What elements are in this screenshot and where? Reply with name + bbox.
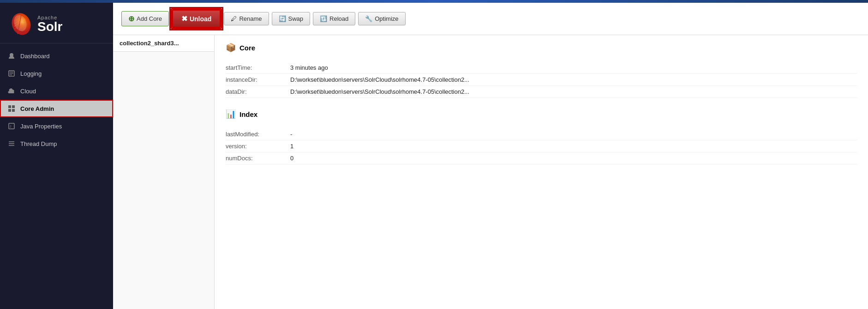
swap-icon: 🔄 — [279, 15, 286, 22]
cores-section: collection2_shard3... 📦 Core startTime: … — [113, 35, 868, 309]
add-core-icon: ⊕ — [128, 14, 134, 23]
sidebar-item-core-admin-label: Core Admin — [20, 105, 54, 112]
unload-button[interactable]: ✖ Unload — [172, 9, 221, 28]
sidebar-item-logging[interactable]: Logging — [0, 65, 113, 82]
index-section-icon: 📊 — [226, 109, 236, 119]
logo-area: Apache Solr — [0, 3, 113, 43]
detail-row-starttime: startTime: 3 minutes ago — [226, 62, 857, 74]
detail-row-instancedir: instanceDir: D:\workset\bluedon\servers\… — [226, 74, 857, 86]
core-section-header: 📦 Core — [226, 42, 857, 55]
core-fields-table: startTime: 3 minutes ago instanceDir: D:… — [226, 62, 857, 98]
lastmodified-value: - — [290, 131, 857, 138]
optimize-icon: 🔧 — [365, 15, 372, 22]
svg-rect-16 — [8, 105, 11, 108]
lastmodified-label: lastModified: — [226, 131, 290, 138]
swap-button[interactable]: 🔄 Swap — [272, 12, 311, 25]
toolbar: ⊕ Add Core ✖ Unload 🖊 Rename 🔄 Swap 🔃 — [113, 3, 868, 35]
svg-rect-18 — [8, 109, 11, 112]
rename-label: Rename — [239, 15, 262, 22]
starttime-label: startTime: — [226, 64, 290, 71]
core-admin-icon — [7, 104, 16, 113]
java-properties-icon: J — [7, 122, 16, 130]
cloud-icon — [7, 87, 16, 95]
index-section-title: Index — [239, 110, 257, 118]
detail-row-numdocs: numDocs: 0 — [226, 152, 857, 164]
cores-list: collection2_shard3... — [113, 35, 215, 309]
datadir-label: dataDir: — [226, 88, 290, 95]
reload-button[interactable]: 🔃 Reload — [313, 12, 355, 25]
sidebar: Apache Solr Dashboard Logging — [0, 3, 113, 309]
unload-highlight: ✖ Unload — [172, 9, 221, 28]
numdocs-label: numDocs: — [226, 155, 290, 162]
svg-text:J: J — [10, 125, 12, 128]
instancedir-label: instanceDir: — [226, 76, 290, 83]
logging-icon — [7, 69, 16, 78]
optimize-label: Optimize — [375, 15, 398, 22]
datadir-value: D:\workset\bluedon\servers\SolrCloud\sol… — [290, 88, 857, 95]
svg-rect-17 — [12, 105, 15, 108]
solr-name-label: Solr — [37, 20, 62, 33]
sidebar-item-logging-label: Logging — [20, 70, 42, 77]
core-item-label: collection2_shard3... — [120, 40, 179, 47]
unload-icon: ✖ — [181, 14, 187, 23]
core-section-icon: 📦 — [226, 42, 236, 53]
numdocs-value: 0 — [290, 155, 857, 162]
unload-label: Unload — [190, 15, 211, 23]
dashboard-icon — [7, 52, 16, 60]
sidebar-item-cloud[interactable]: Cloud — [0, 82, 113, 100]
detail-row-lastmodified: lastModified: - — [226, 128, 857, 140]
core-section-title: Core — [239, 44, 255, 52]
add-core-label: Add Core — [137, 15, 162, 22]
solr-logo-text: Apache Solr — [37, 15, 62, 33]
sidebar-item-core-admin[interactable]: Core Admin — [0, 100, 113, 117]
version-label: version: — [226, 143, 290, 150]
svg-rect-19 — [12, 109, 15, 112]
detail-row-datadir: dataDir: D:\workset\bluedon\servers\Solr… — [226, 86, 857, 98]
sidebar-item-dashboard-label: Dashboard — [20, 53, 50, 60]
optimize-button[interactable]: 🔧 Optimize — [358, 12, 405, 25]
swap-label: Swap — [288, 15, 304, 22]
rename-button[interactable]: 🖊 Rename — [224, 12, 269, 25]
sidebar-item-dashboard[interactable]: Dashboard — [0, 47, 113, 65]
sidebar-item-cloud-label: Cloud — [20, 88, 36, 95]
add-core-button[interactable]: ⊕ Add Core — [121, 11, 169, 26]
content-area: ⊕ Add Core ✖ Unload 🖊 Rename 🔄 Swap 🔃 — [113, 3, 868, 309]
index-fields-table: lastModified: - version: 1 numDocs: 0 — [226, 128, 857, 164]
detail-row-version: version: 1 — [226, 140, 857, 152]
reload-label: Reload — [329, 15, 348, 22]
thread-dump-icon — [7, 139, 16, 148]
reload-icon: 🔃 — [320, 15, 327, 22]
starttime-value: 3 minutes ago — [290, 64, 857, 71]
sidebar-nav: Dashboard Logging Cloud Core Admin — [0, 43, 113, 309]
core-detail: 📦 Core startTime: 3 minutes ago instance… — [215, 35, 868, 309]
sidebar-item-thread-dump-label: Thread Dump — [20, 140, 57, 147]
instancedir-value: D:\workset\bluedon\servers\SolrCloud\sol… — [290, 76, 857, 83]
sidebar-item-thread-dump[interactable]: Thread Dump — [0, 135, 113, 152]
sidebar-item-java-properties-label: Java Properties — [20, 123, 62, 130]
version-value: 1 — [290, 143, 857, 150]
rename-icon: 🖊 — [231, 15, 237, 22]
core-list-item[interactable]: collection2_shard3... — [113, 35, 214, 52]
solr-logo-icon — [7, 11, 33, 36]
index-section-header: 📊 Index — [226, 109, 857, 122]
sidebar-item-java-properties[interactable]: J Java Properties — [0, 117, 113, 135]
